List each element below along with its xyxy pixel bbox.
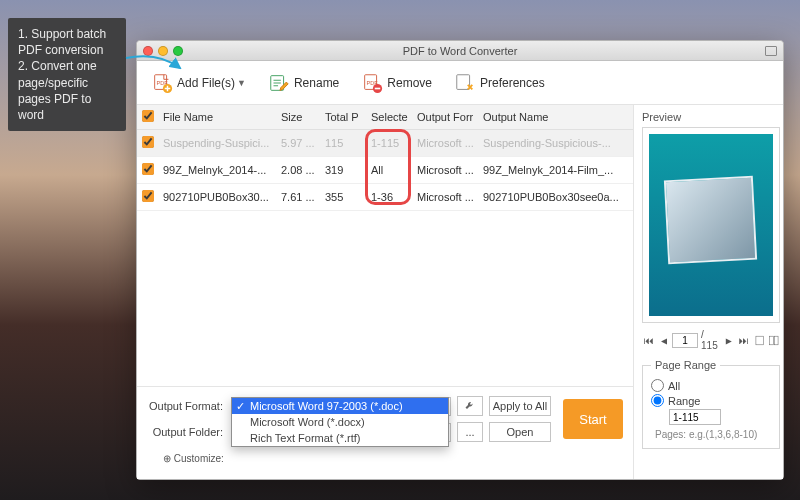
cell-size: 7.61 ...	[277, 184, 321, 211]
cell-name: Suspending-Suspici...	[159, 130, 277, 157]
cell-size: 2.08 ...	[277, 157, 321, 184]
preferences-label: Preferences	[480, 76, 545, 90]
col-total[interactable]: Total P	[321, 105, 367, 130]
customize-toggle[interactable]: ⊕ Customize:	[147, 453, 451, 464]
next-page-button[interactable]: ▶	[724, 335, 734, 346]
minimize-icon[interactable]	[158, 46, 168, 56]
preferences-icon	[454, 72, 476, 94]
output-format-dropdown[interactable]: Microsoft Word 97-2003 (*.doc)Microsoft …	[231, 397, 449, 447]
cell-format: Microsoft ...	[413, 157, 479, 184]
svg-rect-9	[770, 336, 774, 345]
page-navigator: ⏮ ◀ / 115 ▶ ⏭	[642, 329, 780, 351]
bottom-panel: Output Format: Microsoft Word 97-2003 (*…	[137, 386, 633, 479]
titlebar-proxy-icon[interactable]	[765, 46, 777, 56]
cell-total: 355	[321, 184, 367, 211]
remove-button[interactable]: PDF Remove	[361, 72, 432, 94]
output-folder-label: Output Folder:	[147, 426, 225, 438]
svg-rect-7	[457, 74, 470, 89]
start-button[interactable]: Start	[563, 399, 623, 439]
select-all-checkbox[interactable]	[142, 110, 154, 122]
range-hint: Pages: e.g.(1,3,6,8-10)	[651, 429, 771, 440]
page-range-legend: Page Range	[651, 359, 720, 371]
last-page-button[interactable]: ⏭	[737, 335, 751, 346]
range-all-radio[interactable]	[651, 379, 664, 392]
format-option[interactable]: Microsoft Word 97-2003 (*.doc)	[232, 398, 448, 414]
fit-width-icon[interactable]	[768, 334, 780, 347]
apply-to-all-button[interactable]: Apply to All	[489, 396, 551, 416]
add-files-button[interactable]: PDF Add File(s) ▼	[151, 72, 246, 94]
browse-folder-button[interactable]: ...	[457, 422, 483, 442]
pdf-add-icon: PDF	[151, 72, 173, 94]
rename-icon	[268, 72, 290, 94]
prev-page-button[interactable]: ◀	[659, 335, 669, 346]
output-format-settings-button[interactable]	[457, 396, 483, 416]
remove-label: Remove	[387, 76, 432, 90]
range-input[interactable]	[669, 409, 721, 425]
file-table: File Name Size Total P Selecte Output Fo…	[137, 105, 633, 211]
callout-line: 2. Convert one page/specific pages PDF t…	[18, 58, 116, 123]
cell-format: Microsoft ...	[413, 184, 479, 211]
first-page-button[interactable]: ⏮	[642, 335, 656, 346]
preview-label: Preview	[642, 111, 780, 123]
cell-output-name: 902710PUB0Box30see0a...	[479, 184, 633, 211]
fit-page-icon[interactable]	[754, 334, 766, 347]
cell-size: 5.97 ...	[277, 130, 321, 157]
table-row[interactable]: 99Z_Melnyk_2014-...2.08 ...319AllMicroso…	[137, 157, 633, 184]
cell-format: Microsoft ...	[413, 130, 479, 157]
range-custom-radio[interactable]	[651, 394, 664, 407]
row-checkbox[interactable]	[142, 190, 154, 202]
remove-icon: PDF	[361, 72, 383, 94]
preview-image	[649, 134, 773, 316]
row-checkbox[interactable]	[142, 136, 154, 148]
cell-name: 902710PUB0Box30...	[159, 184, 277, 211]
page-number-input[interactable]	[672, 333, 698, 348]
rename-button[interactable]: Rename	[268, 72, 339, 94]
svg-rect-8	[756, 336, 764, 345]
chevron-down-icon: ▼	[237, 78, 246, 88]
wrench-icon	[464, 400, 476, 412]
cell-output-name: Suspending-Suspicious-...	[479, 130, 633, 157]
preferences-button[interactable]: Preferences	[454, 72, 545, 94]
col-selected[interactable]: Selecte	[367, 105, 413, 130]
titlebar[interactable]: PDF to Word Converter	[137, 41, 783, 61]
page-range-fieldset: Page Range All Range Pages: e.g.(1,3,6,8…	[642, 359, 780, 449]
window-title: PDF to Word Converter	[137, 45, 783, 57]
add-files-label: Add File(s)	[177, 76, 235, 90]
col-size[interactable]: Size	[277, 105, 321, 130]
table-row[interactable]: Suspending-Suspici...5.97 ...1151-115Mic…	[137, 130, 633, 157]
table-row[interactable]: 902710PUB0Box30...7.61 ...3551-36Microso…	[137, 184, 633, 211]
format-option[interactable]: Rich Text Format (*.rtf)	[232, 430, 448, 446]
cell-name: 99Z_Melnyk_2014-...	[159, 157, 277, 184]
preview-thumbnail[interactable]	[642, 127, 780, 323]
page-total: / 115	[701, 329, 721, 351]
feature-callout: 1. Support batch PDF conversion 2. Conve…	[8, 18, 126, 131]
col-file-name[interactable]: File Name	[159, 105, 277, 130]
cell-output-name: 99Z_Melnyk_2014-Film_...	[479, 157, 633, 184]
open-folder-button[interactable]: Open	[489, 422, 551, 442]
close-icon[interactable]	[143, 46, 153, 56]
row-checkbox[interactable]	[142, 163, 154, 175]
cell-total: 319	[321, 157, 367, 184]
zoom-icon[interactable]	[173, 46, 183, 56]
cell-selected: All	[367, 157, 413, 184]
svg-rect-10	[774, 336, 778, 345]
cell-selected: 1-115	[367, 130, 413, 157]
app-window: PDF to Word Converter PDF Add File(s) ▼ …	[136, 40, 784, 480]
cell-selected: 1-36	[367, 184, 413, 211]
rename-label: Rename	[294, 76, 339, 90]
callout-line: 1. Support batch PDF conversion	[18, 26, 116, 58]
toolbar: PDF Add File(s) ▼ Rename PDF Remove Pref…	[137, 61, 783, 105]
col-output-name[interactable]: Output Name	[479, 105, 633, 130]
cell-total: 115	[321, 130, 367, 157]
format-option[interactable]: Microsoft Word (*.docx)	[232, 414, 448, 430]
preview-panel: Preview ⏮ ◀ / 115 ▶ ⏭ Page Range All Ran…	[634, 105, 783, 479]
output-format-label: Output Format:	[147, 400, 225, 412]
col-output-format[interactable]: Output Forr	[413, 105, 479, 130]
